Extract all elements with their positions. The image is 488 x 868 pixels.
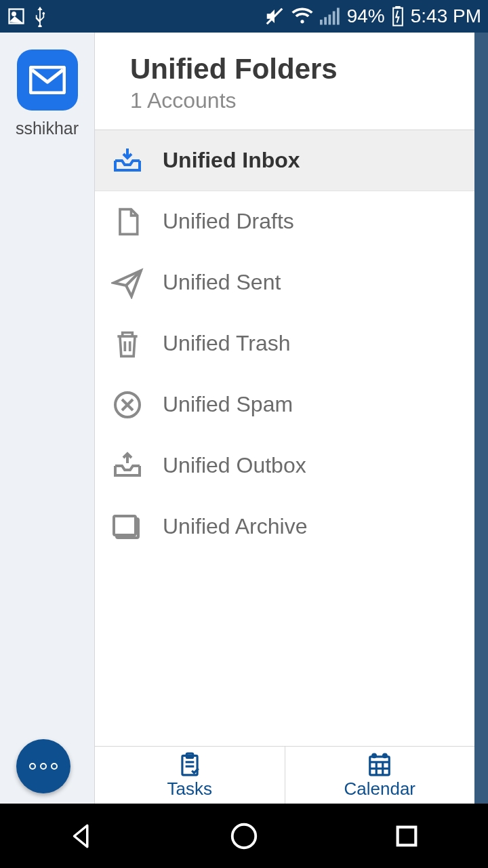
- archive-icon: [111, 511, 144, 543]
- folder-label: Unified Trash: [163, 331, 291, 356]
- svg-rect-7: [337, 8, 340, 25]
- folder-item-unified-trash[interactable]: Unified Trash: [95, 313, 474, 374]
- svg-point-29: [232, 824, 256, 848]
- account-name[interactable]: sshikhar: [16, 119, 79, 138]
- image-icon: [7, 7, 26, 26]
- fab-more-button[interactable]: [16, 739, 70, 793]
- svg-rect-9: [396, 6, 399, 8]
- folder-label: Unified Sent: [163, 270, 281, 295]
- spam-icon: [111, 389, 144, 421]
- outbox-icon: [111, 450, 144, 482]
- bottom-tabs: Tasks Calendar: [95, 746, 474, 804]
- folder-label: Unified Outbox: [163, 453, 306, 478]
- svg-point-28: [384, 753, 387, 757]
- svg-point-27: [373, 753, 376, 757]
- mute-icon: [264, 6, 285, 26]
- svg-rect-6: [332, 12, 335, 25]
- tab-calendar[interactable]: Calendar: [285, 747, 475, 804]
- battery-percent: 94%: [347, 5, 385, 27]
- svg-rect-5: [328, 15, 331, 25]
- sent-icon: [111, 267, 144, 299]
- page-title: Unified Folders: [130, 53, 455, 85]
- page-subtitle: 1 Accounts: [130, 88, 455, 113]
- folder-item-unified-spam[interactable]: Unified Spam: [95, 374, 474, 435]
- folder-label: Unified Spam: [163, 392, 293, 417]
- svg-rect-30: [398, 827, 416, 845]
- inbox-icon: [111, 144, 144, 177]
- folder-label: Unified Inbox: [163, 148, 300, 173]
- status-bar: 94% 5:43 PM: [0, 0, 488, 33]
- svg-point-1: [12, 12, 16, 16]
- folder-list: Unified InboxUnified DraftsUnified SentU…: [95, 130, 474, 746]
- tab-tasks[interactable]: Tasks: [95, 747, 285, 804]
- app-mail-icon[interactable]: [17, 50, 78, 111]
- folder-item-unified-archive[interactable]: Unified Archive: [95, 496, 474, 557]
- svg-rect-4: [324, 17, 327, 24]
- svg-rect-17: [114, 516, 136, 535]
- folder-item-unified-outbox[interactable]: Unified Outbox: [95, 435, 474, 496]
- folder-item-unified-inbox[interactable]: Unified Inbox: [95, 130, 474, 191]
- folder-item-unified-drafts[interactable]: Unified Drafts: [95, 191, 474, 252]
- usb-icon: [33, 5, 47, 27]
- svg-rect-3: [320, 20, 323, 25]
- nav-home-button[interactable]: [226, 818, 262, 854]
- panel-header: Unified Folders 1 Accounts: [95, 33, 474, 130]
- folder-label: Unified Drafts: [163, 209, 294, 234]
- tab-tasks-label: Tasks: [167, 778, 212, 800]
- nav-recent-button[interactable]: [388, 818, 425, 854]
- folder-label: Unified Archive: [163, 514, 307, 539]
- clock: 5:43 PM: [411, 5, 481, 27]
- account-sidebar: sshikhar: [0, 33, 95, 804]
- battery-charging-icon: [392, 6, 404, 26]
- svg-rect-22: [370, 756, 390, 774]
- signal-icon: [320, 7, 340, 25]
- nav-back-button[interactable]: [63, 818, 100, 854]
- folder-item-unified-sent[interactable]: Unified Sent: [95, 252, 474, 313]
- tab-calendar-label: Calendar: [344, 778, 415, 800]
- navigation-drawer: sshikhar Unified Folders 1 Accounts Unif…: [0, 33, 474, 804]
- wifi-icon: [291, 7, 313, 25]
- drafts-icon: [111, 205, 144, 238]
- trash-icon: [111, 328, 144, 360]
- android-navbar: [0, 804, 488, 868]
